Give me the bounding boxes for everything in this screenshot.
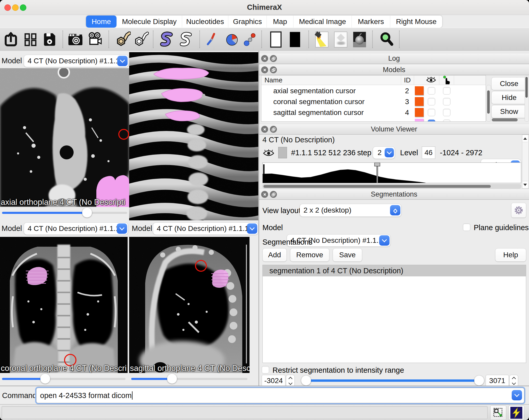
slider-track[interactable] (2, 378, 126, 380)
models-buttons-hscrollbar[interactable] (491, 118, 522, 122)
chevron-down-icon[interactable] (385, 148, 394, 157)
full-lighting-button[interactable] (350, 30, 369, 49)
command-input[interactable]: open 4-24533 format dicom (36, 388, 524, 403)
models-scrollbar[interactable] (486, 85, 491, 122)
volume-hscrollbar[interactable] (262, 184, 521, 189)
slider-track[interactable] (131, 378, 247, 380)
plane-guidelines-checkbox[interactable] (463, 223, 470, 231)
tab-home[interactable]: Home (86, 15, 117, 28)
black-background-button[interactable] (286, 30, 304, 49)
segmentation-save-button[interactable]: Save (333, 248, 362, 262)
shown-checkbox[interactable] (428, 120, 435, 122)
volume-level-input[interactable]: 46 (422, 146, 435, 159)
tab-map[interactable]: Map (267, 15, 293, 28)
default-lighting-button[interactable] (313, 30, 331, 49)
intensity-min-input[interactable]: -3024 (262, 375, 285, 387)
hide-atoms-button[interactable] (131, 30, 150, 49)
model-color-swatch[interactable] (415, 119, 424, 122)
chevron-updown-icon[interactable] (390, 205, 400, 215)
chevron-down-icon[interactable] (117, 56, 128, 66)
shown-checkbox[interactable] (428, 109, 435, 116)
model-row-axial-cursor[interactable]: axial segmentation cursor 2 (261, 86, 486, 97)
models-show-button[interactable]: Show (491, 105, 527, 118)
undock-icon[interactable] (270, 126, 277, 133)
scroll-up-button[interactable] (523, 135, 528, 142)
undock-icon[interactable] (270, 55, 277, 62)
model-row-partial[interactable] (261, 119, 486, 122)
models-right-scrollbar[interactable] (525, 76, 529, 122)
magnify-button[interactable] (377, 30, 396, 49)
intensity-max-stepper[interactable] (509, 375, 518, 387)
range-handle-max[interactable] (474, 376, 484, 385)
sagittal-viewport[interactable]: sagittal orthoplane 4 CT (No Descri (129, 237, 250, 373)
tab-molecule-display[interactable]: Molecule Display (117, 15, 182, 28)
volume-vscrollbar[interactable] (522, 135, 529, 189)
coronal-viewport[interactable]: coronal orthoplane 4 CT (No Descri (0, 237, 128, 373)
chevron-down-icon[interactable] (247, 223, 257, 234)
slider-handle[interactable] (167, 374, 177, 384)
slider-track[interactable] (2, 212, 127, 214)
axial-plane-slider[interactable] (0, 207, 129, 219)
select-checkbox[interactable] (443, 98, 450, 105)
hide-cartoons-button[interactable] (177, 30, 195, 49)
volume-color-swatch[interactable] (278, 147, 287, 158)
close-icon[interactable] (261, 191, 268, 198)
sagittal-model-select[interactable]: 4 CT (No Description) #1.1.1 (153, 222, 258, 235)
undock-icon[interactable] (270, 66, 277, 73)
volume-3d-viewport[interactable] (129, 52, 258, 220)
show-atoms-button[interactable] (113, 30, 132, 49)
tab-right-mouse[interactable]: Right Mouse (390, 15, 442, 28)
show-cartoons-button[interactable] (157, 30, 176, 49)
shown-checkbox[interactable] (428, 98, 435, 105)
record-movie-button[interactable] (86, 30, 104, 49)
tab-nucleotides[interactable]: Nucleotides (182, 15, 228, 28)
select-checkbox[interactable] (443, 120, 450, 122)
segmentation-list-item[interactable]: segmentation 1 of 4 CT (No Description) (263, 265, 526, 276)
white-background-button[interactable] (267, 30, 285, 49)
ball-and-stick-style-button[interactable] (241, 30, 259, 49)
model-color-swatch[interactable] (415, 108, 424, 117)
models-hide-button[interactable]: Hide (491, 91, 527, 104)
slider-handle[interactable] (82, 208, 92, 217)
slider-handle[interactable] (40, 374, 50, 384)
close-icon[interactable] (261, 66, 268, 73)
segmentation-add-button[interactable]: Add (262, 248, 287, 262)
stick-style-button[interactable] (202, 30, 221, 49)
recent-files-button[interactable] (21, 30, 40, 49)
segmentation-list[interactable]: segmentation 1 of 4 CT (No Description) (262, 265, 526, 363)
coronal-plane-slider[interactable] (0, 373, 128, 385)
tab-graphics[interactable]: Graphics (228, 15, 267, 28)
intensity-min-stepper[interactable] (286, 375, 295, 387)
fast-rendering-button[interactable] (508, 406, 524, 420)
model-row-sagittal-cursor[interactable]: sagittal segmentation cursor 4 (261, 108, 486, 118)
volume-histogram[interactable] (262, 162, 521, 183)
model-color-swatch[interactable] (415, 86, 424, 95)
model-row-coronal-cursor[interactable]: coronal segmentation cursor 3 (261, 97, 486, 107)
sphere-style-button[interactable] (223, 30, 241, 49)
axial-viewport[interactable]: axial orthoplane 4 CT (No Descripti (0, 68, 129, 207)
scroll-down-button[interactable] (523, 181, 528, 188)
volume-shown-eye-icon[interactable] (263, 149, 274, 158)
intensity-range-slider[interactable] (302, 375, 484, 386)
models-table[interactable]: Name ID axial segmentation cursor 2 (261, 75, 486, 122)
view-layout-select[interactable]: 2 x 2 (desktop) (300, 204, 401, 217)
select-checkbox[interactable] (443, 87, 450, 95)
intensity-max-input[interactable]: 3071 (486, 375, 509, 387)
segmentation-remove-button[interactable]: Remove (290, 248, 329, 262)
sagittal-plane-slider[interactable] (129, 373, 250, 385)
snapshot-button[interactable] (66, 30, 85, 49)
chevron-down-icon[interactable] (117, 223, 127, 234)
model-color-swatch[interactable] (415, 97, 424, 106)
close-icon[interactable] (261, 126, 268, 133)
soft-lighting-button[interactable] (331, 30, 350, 49)
coronal-model-select[interactable]: 4 CT (No Description) #1.1.1 (24, 222, 128, 235)
command-history-dropdown[interactable] (512, 390, 522, 400)
chevron-down-icon[interactable] (379, 235, 390, 246)
undock-icon[interactable] (270, 191, 277, 198)
close-icon[interactable] (261, 55, 268, 62)
titlebar[interactable]: ChimeraX (0, 0, 529, 15)
tab-markers[interactable]: Markers (352, 15, 390, 28)
restrict-intensity-checkbox[interactable] (262, 366, 269, 374)
select-checkbox[interactable] (443, 109, 450, 116)
volume-step-select[interactable]: 2 (373, 146, 395, 159)
